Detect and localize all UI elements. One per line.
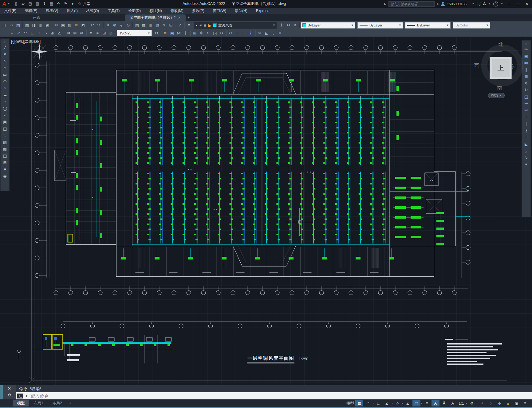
toolbar-grip-icon[interactable]: ⣿ xyxy=(4,41,6,43)
jogged-dimension-icon[interactable]: ◑ xyxy=(42,30,49,36)
snap-mode-icon[interactable]: ∷ xyxy=(364,400,372,406)
markup-icon[interactable]: ✎ xyxy=(161,22,167,28)
search-expander-icon[interactable]: ▶ xyxy=(384,2,386,6)
redo-icon[interactable]: ↷ xyxy=(63,1,68,6)
linetype-combo-chevron-icon[interactable]: ▼ xyxy=(397,24,403,27)
fillet-icon[interactable]: ◞ xyxy=(523,148,530,154)
chamfer-icon[interactable]: ◣ xyxy=(263,30,270,36)
command-close-icon[interactable]: ✕ xyxy=(8,386,11,391)
save-as-icon[interactable]: ▥ xyxy=(35,1,40,6)
search-icon[interactable]: ⌕ xyxy=(437,2,439,6)
explode-icon[interactable]: ✶ xyxy=(523,161,530,168)
viewcube-north[interactable]: 北 xyxy=(499,42,503,47)
drawing-canvas[interactable] xyxy=(0,37,532,385)
layout-tab-1[interactable]: 布局1 xyxy=(29,400,48,406)
copy-icon[interactable]: ▣ xyxy=(60,22,66,28)
erase-icon[interactable]: ✏ xyxy=(523,46,530,53)
baseline-dimension-icon[interactable]: ⇇ xyxy=(72,30,78,36)
design-center-icon[interactable]: ▦ xyxy=(140,22,147,28)
viewcube-west[interactable]: 西 xyxy=(474,63,479,69)
rotate-icon[interactable]: ↻ xyxy=(205,30,211,36)
ellipse-icon[interactable]: ◯ xyxy=(2,105,8,112)
ordinate-dimension-icon[interactable]: ∟ xyxy=(29,30,36,36)
menu-9[interactable]: 参数(P) xyxy=(188,8,209,14)
gradient-icon[interactable]: ▩ xyxy=(2,146,8,153)
lineweight-combobox[interactable]: ByLayer ▼ xyxy=(405,22,451,29)
print-icon[interactable]: ▦ xyxy=(49,1,54,6)
save-icon[interactable]: ▤ xyxy=(15,22,22,28)
layer-states-icon[interactable]: ≋ xyxy=(292,22,298,28)
join-icon[interactable]: ≍ xyxy=(256,30,263,36)
command-prompt-icon[interactable]: >_ xyxy=(17,394,23,398)
viewcube-south[interactable]: 南 xyxy=(497,85,502,91)
username[interactable]: 1505999135... xyxy=(447,2,470,6)
annotation-scale-sync-icon[interactable]: A xyxy=(449,400,457,406)
dimension-update-icon[interactable]: ↻ xyxy=(153,30,160,36)
circle-icon[interactable]: ○ xyxy=(2,85,8,92)
polyline-icon[interactable]: ∿ xyxy=(2,58,8,65)
polygon-icon[interactable]: ⌂ xyxy=(2,65,8,71)
menu-11[interactable]: 帮助(H) xyxy=(231,8,252,14)
layout-tab-2[interactable]: 布局2 xyxy=(48,400,67,406)
extend-icon[interactable]: ⊢ xyxy=(234,30,241,36)
insert-block-icon[interactable]: ▣ xyxy=(2,119,8,125)
menu-5[interactable]: 工具(T) xyxy=(103,8,124,14)
object-snap-icon[interactable]: ▢ xyxy=(412,400,420,406)
diameter-dimension-icon[interactable]: ⌀ xyxy=(49,30,56,36)
linear-dimension-icon[interactable]: ↔ xyxy=(9,30,15,36)
create-block-icon[interactable]: ◫ xyxy=(2,125,8,132)
layout-tab-0[interactable]: 模型 xyxy=(13,400,30,406)
minimize-button[interactable]: ─ xyxy=(506,2,512,6)
layer-combo-chevron-icon[interactable]: ▼ xyxy=(271,24,277,27)
command-input[interactable] xyxy=(30,393,532,399)
viewport-controls[interactable]: [-][俯视][二维线框] xyxy=(11,39,41,44)
app-logo-icon[interactable]: A xyxy=(2,1,6,7)
block-editor-icon[interactable]: ◩ xyxy=(80,22,87,28)
customization-icon[interactable]: ≡ xyxy=(521,400,529,406)
save-icon[interactable]: ▤ xyxy=(28,1,33,6)
tab-start[interactable]: 开始 xyxy=(28,14,45,21)
app-menu-chevron-icon[interactable]: ▾ xyxy=(8,2,10,5)
model-space-button[interactable]: 模型 xyxy=(346,400,355,406)
menu-4[interactable]: 格式(O) xyxy=(82,8,103,14)
explode-icon[interactable]: ✶ xyxy=(277,30,283,36)
chamfer-icon[interactable]: ◣ xyxy=(523,141,530,148)
polar-tracking-chevron-icon[interactable]: ▾ xyxy=(392,402,393,405)
new-file-icon[interactable]: ▯ xyxy=(14,1,19,6)
trim-icon[interactable]: ✂ xyxy=(227,30,234,36)
maximize-button[interactable]: □ xyxy=(514,2,521,6)
tab-document[interactable]: 某空调全套图纸（含排风）* ✕ xyxy=(125,14,186,21)
copy-icon[interactable]: ▣ xyxy=(169,30,175,36)
break-icon[interactable]: ∤ xyxy=(247,30,254,36)
offset-icon[interactable]: ∥ xyxy=(182,30,189,36)
new-tab-button[interactable]: + xyxy=(187,14,190,21)
object-snap-chevron-icon[interactable]: ▾ xyxy=(421,402,422,405)
break-at-point-icon[interactable]: ∣ xyxy=(241,30,247,36)
radius-dimension-icon[interactable]: ◔ xyxy=(36,30,42,36)
customize-dropdown-icon[interactable]: ▾ xyxy=(70,1,75,6)
angular-dimension-icon[interactable]: ∠ xyxy=(56,30,63,36)
user-menu-chevron-icon[interactable]: ▾ xyxy=(473,2,474,5)
color-combo-chevron-icon[interactable]: ▼ xyxy=(350,24,355,27)
move-icon[interactable]: ✥ xyxy=(523,80,530,87)
stretch-icon[interactable]: ↦ xyxy=(218,30,225,36)
new-file-icon[interactable]: ▯ xyxy=(1,22,8,28)
help-icon[interactable]: ? xyxy=(176,22,183,28)
make-object-layer-current-icon[interactable]: ↥ xyxy=(278,22,285,28)
command-customize-icon[interactable]: ⚙ xyxy=(8,393,11,397)
isolate-objects-icon[interactable]: ◌ xyxy=(487,400,495,406)
region-icon[interactable]: ◰ xyxy=(2,153,8,159)
menu-6[interactable]: 绘图(D) xyxy=(124,8,145,14)
help-icon[interactable]: ? xyxy=(493,2,498,6)
open-icon[interactable]: ▱ xyxy=(21,1,26,6)
annotation-scale-chevron-icon[interactable]: ▾ xyxy=(466,402,467,405)
hatch-icon[interactable]: ▨ xyxy=(2,139,8,146)
polar-tracking-icon[interactable]: ∡ xyxy=(383,400,391,406)
menu-10[interactable]: 窗口(W) xyxy=(209,8,231,14)
app-store-cart-icon[interactable] xyxy=(477,2,481,6)
layer-viewport-freeze-icon[interactable]: ▣ xyxy=(203,24,207,27)
hardware-acceleration-icon[interactable]: ◆ xyxy=(495,400,503,406)
break-icon[interactable]: ∤ xyxy=(523,127,530,134)
annotation-scale-button[interactable]: 1:1 xyxy=(457,400,465,406)
center-mark-icon[interactable]: ⊕ xyxy=(108,30,114,36)
